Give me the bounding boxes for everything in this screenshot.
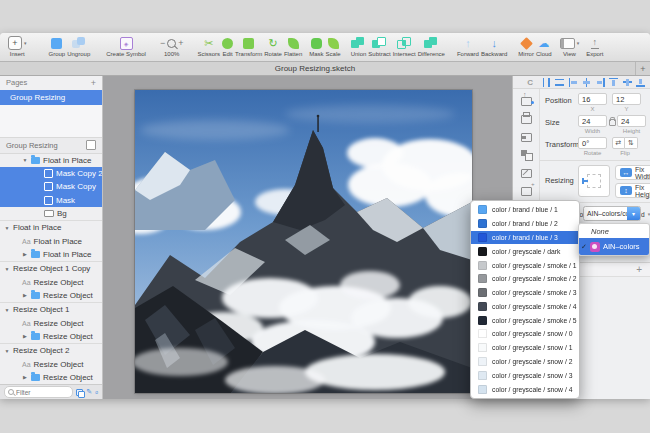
add-page-button[interactable]: + [91, 78, 96, 88]
toolbar-item-cloud[interactable]: ☁Cloud [536, 36, 552, 57]
toolbar-item-subtract[interactable]: Subtract [368, 36, 390, 57]
align-right-icon[interactable] [596, 78, 605, 87]
mountain-photo-layer[interactable] [135, 90, 472, 393]
color-option[interactable]: color / brand / blue / 3 [471, 231, 579, 245]
toolbar-item-intersect[interactable]: Intersect [393, 36, 416, 57]
lock-proportions-icon[interactable] [609, 119, 616, 126]
toolbar-item-export[interactable]: ↑Export [586, 36, 603, 57]
toolbar-item-backward[interactable]: ↓Backward [481, 36, 507, 57]
toolbar-item-ungroup[interactable]: Ungroup [67, 36, 90, 57]
toolbar-item-scale[interactable]: Scale [326, 36, 341, 57]
position-y-input[interactable]: 12 [612, 93, 641, 105]
resize-area-icon[interactable] [518, 165, 535, 179]
layer-row-bg[interactable]: Bg [0, 207, 102, 220]
disclosure-right-icon[interactable]: ▶ [22, 374, 28, 380]
color-option[interactable]: color / greyscale / snow / 2 [471, 355, 579, 369]
disclosure-right-icon[interactable]: ▶ [22, 292, 28, 298]
layer-row-float-in-place[interactable]: AaFloat in Place [0, 234, 102, 247]
pinning-widget[interactable] [578, 165, 610, 197]
export-share-icon[interactable]: ↑ [518, 93, 535, 107]
artboard-icon[interactable] [86, 140, 96, 150]
layer-row-resize-object[interactable]: ▶Resize Object [0, 330, 102, 343]
toolbar-item-insert[interactable]: +▾Insert [8, 36, 27, 57]
layer-row-float-in-place[interactable]: ▼Float in Place [0, 154, 102, 167]
align-center-vertical-icon[interactable] [623, 78, 632, 87]
symbols-icon[interactable] [518, 147, 535, 161]
filter-input[interactable] [16, 389, 69, 396]
color-option[interactable]: color / greyscale / snow / 1 [471, 341, 579, 355]
menu-item-library[interactable]: ✓ AIN–colors [579, 238, 649, 255]
toolbar-item-transform[interactable]: Transform [235, 36, 262, 57]
disclosure-down-icon[interactable]: ▼ [22, 157, 28, 163]
align-left-icon[interactable] [569, 78, 578, 87]
toolbar-item-edit[interactable]: Edit [222, 36, 233, 57]
slice-icon[interactable] [518, 129, 535, 143]
layer-row-float-in-place[interactable]: ▼Float in Place [0, 220, 102, 234]
disclosure-down-icon[interactable]: ▼ [4, 348, 10, 354]
color-option[interactable]: color / greyscale / snow / 0 [471, 327, 579, 341]
toolbar-item-forward[interactable]: ↑Forward [457, 36, 479, 57]
color-option[interactable]: color / greyscale / smoke / 2 [471, 272, 579, 286]
layer-row-mask-copy-2[interactable]: Mask Copy 2 [0, 167, 102, 180]
align-top-icon[interactable] [609, 78, 618, 87]
flip-vertical-button[interactable]: ⇅ [625, 137, 638, 149]
align-bottom-icon[interactable] [636, 78, 645, 87]
page-item-selected[interactable]: Group Resizing [0, 90, 102, 105]
new-tab-button[interactable]: + [635, 62, 650, 75]
layer-row-resize-object[interactable]: AaResize Object [0, 275, 102, 288]
flip-horizontal-button[interactable]: ⇄ [612, 137, 625, 149]
shared-style-field[interactable]: AIN–colors/color /... ▾ [583, 206, 641, 221]
color-option[interactable]: color / brand / blue / 1 [471, 203, 579, 217]
layer-row-resize-object[interactable]: AaResize Object [0, 357, 102, 370]
insert-image-icon[interactable]: + [518, 183, 535, 197]
color-option[interactable]: color / greyscale / snow / 3 [471, 368, 579, 382]
toolbar-item-rotate[interactable]: ↻Rotate [264, 36, 282, 57]
toolbar-item-create-symbol[interactable]: ◈Create Symbol [106, 36, 146, 57]
toolbar-item-view[interactable]: ▾View [560, 36, 580, 57]
fix-height-button[interactable]: ↕ Fix Height [615, 183, 650, 198]
pages-panel-icon[interactable] [76, 389, 83, 396]
filter-field[interactable] [4, 386, 73, 398]
disclosure-down-icon[interactable]: ▼ [4, 266, 10, 272]
layer-row-float-in-place[interactable]: ▶Float in Place [0, 248, 102, 261]
disclosure-right-icon[interactable]: ▶ [22, 251, 28, 257]
size-width-input[interactable]: 24 [578, 115, 607, 127]
layer-row-resize-object[interactable]: ▶Resize Object [0, 371, 102, 384]
align-center-horizontal-icon[interactable] [582, 78, 591, 87]
color-option[interactable]: color / greyscale / smoke / 3 [471, 286, 579, 300]
layer-row-resize-object-2[interactable]: ▼Resize Object 2 [0, 343, 102, 357]
layer-row-resize-object[interactable]: ▶Resize Object [0, 289, 102, 302]
toolbar-item-mask[interactable]: Mask [309, 36, 323, 57]
disclosure-down-icon[interactable]: ▼ [4, 307, 10, 313]
menu-item-none[interactable]: None [579, 224, 649, 238]
distribute-vertical-icon[interactable] [555, 78, 564, 87]
printer-icon[interactable] [518, 111, 535, 125]
disclosure-down-icon[interactable]: ▼ [4, 225, 10, 231]
toolbar-item-100-[interactable]: −+100% [160, 36, 184, 57]
size-height-input[interactable]: 24 [617, 115, 646, 127]
toolbar-item-union[interactable]: Union [351, 36, 367, 57]
layer-row-resize-object-1[interactable]: ▼Resize Object 1 [0, 302, 102, 316]
toolbar-item-group[interactable]: Group [49, 36, 66, 57]
color-option[interactable]: color / greyscale / smoke / 1 [471, 258, 579, 272]
position-x-input[interactable]: 16 [578, 93, 607, 105]
toolbar-item-mirror[interactable]: Mirror [518, 36, 534, 57]
layer-row-resize-object[interactable]: AaResize Object [0, 316, 102, 329]
rotate-input[interactable]: 0° [578, 137, 607, 149]
layer-row-resize-object-1-copy[interactable]: ▼Resize Object 1 Copy [0, 261, 102, 275]
toolbar-item-scissors[interactable]: ✂Scissors [197, 36, 220, 57]
color-option[interactable]: color / greyscale / dark [471, 244, 579, 258]
fix-width-button[interactable]: ↔ Fix Width [615, 165, 650, 180]
color-option[interactable]: color / brand / blue / 2 [471, 217, 579, 231]
color-option[interactable]: color / greyscale / smoke / 4 [471, 299, 579, 313]
layer-row-mask-copy[interactable]: Mask Copy [0, 180, 102, 193]
color-option[interactable]: color / greyscale / smoke / 5 [471, 313, 579, 327]
pencil-icon[interactable]: ✎ [86, 388, 92, 396]
disclosure-right-icon[interactable]: ▶ [22, 333, 28, 339]
color-option[interactable]: color / greyscale / snow / 4 [471, 382, 579, 396]
toolbar-item-difference[interactable]: Difference [418, 36, 445, 57]
layer-row-mask[interactable]: Mask [0, 194, 102, 207]
distribute-horizontal-icon[interactable] [542, 78, 551, 87]
toolbar-item-flatten[interactable]: Flatten [284, 36, 302, 57]
add-style-button[interactable]: + [636, 264, 642, 275]
